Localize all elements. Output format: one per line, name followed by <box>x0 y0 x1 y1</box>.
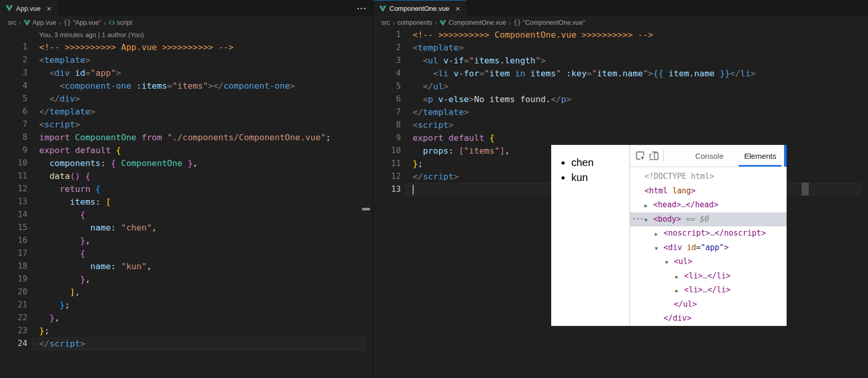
code-line[interactable]: 20 ], <box>0 286 373 299</box>
code-line[interactable]: 4 <li v-for="item in items" :key="item.n… <box>373 67 868 80</box>
dom-tree-node[interactable]: <html lang> <box>630 184 787 199</box>
dom-tree-node[interactable]: </ul> <box>630 298 787 312</box>
collapse-arrow-icon[interactable]: ▼ <box>665 255 674 270</box>
dom-token: </li> <box>707 271 730 281</box>
breadcrumb-label: ComponentOne.vue <box>448 19 506 26</box>
code-line[interactable]: 12 return { <box>0 183 373 195</box>
dom-token: … <box>681 200 686 209</box>
code-line[interactable]: 21 }; <box>0 299 373 311</box>
code-area: 1<!-- >>>>>>>>>> App.vue >>>>>>>>>> -->2… <box>0 41 373 350</box>
line-number: 2 <box>0 54 27 67</box>
code-line[interactable]: 6</template> <box>0 105 373 118</box>
code-line[interactable]: 6 <p v-else>No items found.</p> <box>373 93 868 106</box>
code-line[interactable]: 4 <component-one :items="items"></compon… <box>0 79 373 92</box>
dom-tree-node[interactable]: ▶<li>…</li> <box>630 269 787 284</box>
breadcrumb-item[interactable]: {}"App.vue" <box>63 19 101 26</box>
code-line[interactable]: 13 items: [ <box>0 195 373 208</box>
code-line[interactable]: 7<script> <box>0 118 373 131</box>
expand-arrow-icon[interactable]: ▶ <box>644 199 653 213</box>
expand-arrow-icon[interactable]: ▶ <box>675 270 684 284</box>
breadcrumb-item[interactable]: components <box>397 19 432 26</box>
dom-tree: <!DOCTYPE html><html lang>▶<head>…</head… <box>630 167 787 326</box>
scrollbar-thumb[interactable] <box>802 183 809 195</box>
breadcrumb-item[interactable]: script <box>109 19 132 26</box>
tab-elements[interactable]: Elements <box>734 145 787 167</box>
dom-tree-node[interactable]: ▼<ul> <box>630 255 787 269</box>
dom-token: == $0 <box>681 215 709 224</box>
dom-token: </noscript> <box>714 228 765 238</box>
breadcrumb-item[interactable]: src <box>381 19 390 26</box>
code-text: <template> <box>27 54 90 67</box>
tab-app-vue[interactable]: App.vue × <box>0 0 57 17</box>
collapse-arrow-icon[interactable]: ▼ <box>655 241 663 256</box>
line-number: 14 <box>0 208 27 221</box>
dom-tree-node[interactable]: ▶<head>…</head> <box>630 198 787 212</box>
collapse-arrow-icon[interactable]: ▼ <box>644 213 653 227</box>
code-line[interactable]: 18 name: "kun", <box>0 260 373 273</box>
code-line[interactable]: 23}; <box>0 324 373 337</box>
code-line[interactable]: 7</template> <box>373 106 868 119</box>
code-line[interactable]: 1<!-- >>>>>>>>>> App.vue >>>>>>>>>> --> <box>0 41 373 54</box>
code-line[interactable]: 9export default { <box>0 144 373 157</box>
list-item: chen <box>571 155 629 170</box>
line-number: 16 <box>0 234 27 247</box>
line-number: 15 <box>0 221 27 234</box>
dom-tree-node[interactable]: <!DOCTYPE html> <box>630 170 787 184</box>
tab-componentone-vue[interactable]: ComponentOne.vue × <box>373 0 466 17</box>
code-line[interactable]: 1<!-- >>>>>>>>>> ComponentOne.vue >>>>>>… <box>373 28 868 41</box>
expand-arrow-icon[interactable]: ▶ <box>655 227 663 241</box>
breadcrumb-item[interactable]: src <box>8 19 16 26</box>
dom-token: <ul> <box>674 257 692 266</box>
code-line[interactable]: 22 }, <box>0 311 373 324</box>
vue-icon <box>379 6 386 12</box>
code-line[interactable]: 11 data() { <box>0 170 373 183</box>
close-icon[interactable]: × <box>455 5 460 12</box>
line-number: 1 <box>373 28 401 41</box>
code-line[interactable]: 2<template> <box>373 41 868 54</box>
breadcrumb-item[interactable]: {}"ComponentOne.vue" <box>514 19 585 26</box>
editor-group-left: App.vue × ··· src›App.vue›{}"App.vue"›sc… <box>0 0 373 378</box>
code-line[interactable]: 5 </ul> <box>373 80 868 93</box>
dom-tree-node[interactable]: ▶<noscript>…</noscript> <box>630 226 787 241</box>
breadcrumb-label: src <box>8 19 16 26</box>
code-line[interactable]: 8import ComponentOne from "./components/… <box>0 131 373 144</box>
breadcrumb-item[interactable]: ComponentOne.vue <box>439 19 506 26</box>
expand-arrow-icon[interactable]: ▶ <box>675 284 684 298</box>
code-line[interactable]: 5 </div> <box>0 92 373 105</box>
dom-tree-node[interactable]: ▶<li>…</li> <box>630 283 787 298</box>
breadcrumb-separator-icon: › <box>435 19 437 27</box>
code-text: </ul> <box>401 80 449 93</box>
code-line[interactable]: 8<script> <box>373 119 868 132</box>
code-line[interactable]: 2<template> <box>0 54 373 67</box>
tab-console[interactable]: Console <box>685 145 734 167</box>
code-line[interactable]: 14 { <box>0 208 373 221</box>
code-line[interactable]: 10 components: { ComponentOne }, <box>0 157 373 170</box>
code-line[interactable]: 15 name: "chen", <box>0 221 373 234</box>
code-line[interactable]: 19 }, <box>0 273 373 286</box>
line-number: 5 <box>373 80 401 93</box>
dom-token: </head> <box>686 200 718 209</box>
code-line[interactable]: 24</script> <box>0 337 373 350</box>
more-actions-button[interactable]: ··· <box>357 0 367 17</box>
editor-app-vue[interactable]: You, 3 minutes ago | 1 author (You) 1<!-… <box>0 28 373 378</box>
code-text: </template> <box>401 106 469 119</box>
codelens-blame[interactable]: You, 3 minutes ago | 1 author (You) <box>0 28 373 41</box>
code-text: <!-- >>>>>>>>>> App.vue >>>>>>>>>> --> <box>27 41 234 54</box>
breadcrumb-item[interactable]: App.vue <box>24 19 56 26</box>
dom-tree-node[interactable]: </div> <box>630 311 787 326</box>
breadcrumb-separator-icon: › <box>508 19 510 27</box>
code-text: }; <box>27 299 70 311</box>
code-line[interactable]: 17 { <box>0 247 373 260</box>
dom-tree-node[interactable]: ▼<div id="app"> <box>630 241 787 255</box>
code-line[interactable]: 3 <ul v-if="items.length"> <box>373 54 868 67</box>
code-line[interactable]: 16 }, <box>0 234 373 247</box>
code-line[interactable]: 3 <div id="app"> <box>0 67 373 79</box>
code-line[interactable]: 9export default { <box>373 132 868 144</box>
dom-tree-node[interactable]: •••▼<body> == $0 <box>630 212 787 227</box>
device-toolbar-icon[interactable] <box>648 148 661 163</box>
close-icon[interactable]: × <box>47 5 52 12</box>
line-number: 5 <box>0 92 27 105</box>
code-text: { <box>27 247 85 260</box>
dom-token: <!DOCTYPE html> <box>644 172 714 181</box>
inspect-element-icon[interactable] <box>634 148 648 163</box>
